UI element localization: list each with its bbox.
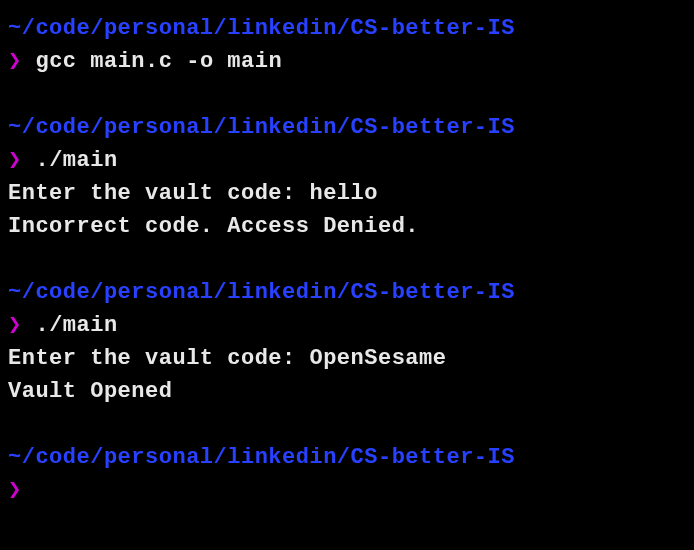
output-line: Enter the vault code: hello xyxy=(8,177,686,210)
prompt-line[interactable]: ❯ xyxy=(8,474,686,507)
prompt-symbol: ❯ xyxy=(8,313,22,338)
prompt-symbol: ❯ xyxy=(8,49,22,74)
command-text: gcc main.c -o main xyxy=(35,49,282,74)
command-text: ./main xyxy=(35,148,117,173)
prompt-line[interactable]: ❯ ./main xyxy=(8,309,686,342)
blank-line xyxy=(8,408,686,441)
command-text: ./main xyxy=(35,313,117,338)
cursor xyxy=(22,479,35,503)
cwd-path: ~/code/personal/linkedin/CS-better-IS xyxy=(8,12,686,45)
cwd-path: ~/code/personal/linkedin/CS-better-IS xyxy=(8,441,686,474)
blank-line xyxy=(8,78,686,111)
terminal[interactable]: ~/code/personal/linkedin/CS-better-IS ❯ … xyxy=(8,12,686,507)
prompt-line[interactable]: ❯ ./main xyxy=(8,144,686,177)
prompt-symbol: ❯ xyxy=(8,148,22,173)
output-line: Incorrect code. Access Denied. xyxy=(8,210,686,243)
prompt-symbol: ❯ xyxy=(8,478,22,503)
blank-line xyxy=(8,243,686,276)
prompt-line[interactable]: ❯ gcc main.c -o main xyxy=(8,45,686,78)
cwd-path: ~/code/personal/linkedin/CS-better-IS xyxy=(8,276,686,309)
output-line: Vault Opened xyxy=(8,375,686,408)
output-line: Enter the vault code: OpenSesame xyxy=(8,342,686,375)
cwd-path: ~/code/personal/linkedin/CS-better-IS xyxy=(8,111,686,144)
